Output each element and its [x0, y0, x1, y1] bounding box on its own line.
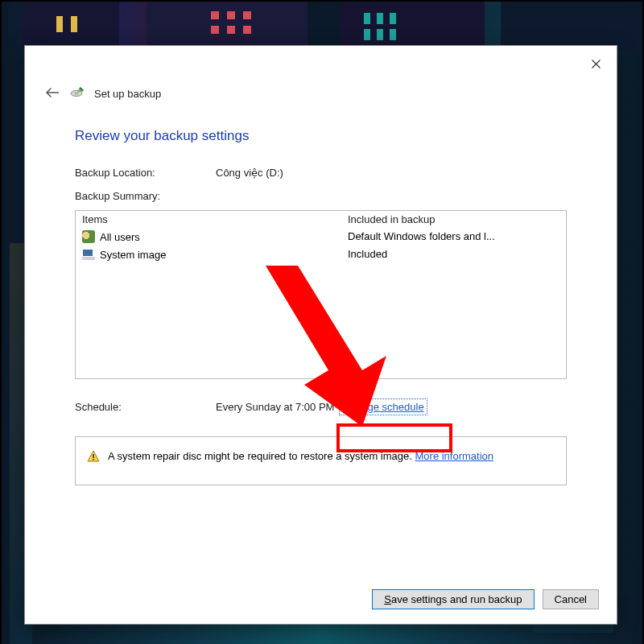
- svg-point-1: [75, 93, 78, 94]
- warning-icon: [87, 450, 100, 465]
- close-icon: [592, 60, 601, 68]
- users-icon: [82, 230, 95, 243]
- system-repair-info: A system repair disc might be required t…: [75, 436, 567, 485]
- schedule-label: Schedule:: [75, 401, 216, 413]
- backup-location-label: Backup Location:: [75, 167, 216, 179]
- wizard-header: Set up backup: [94, 88, 161, 100]
- backup-summary-listview[interactable]: Items Included in backup All users Defau…: [75, 210, 567, 379]
- svg-rect-2: [93, 454, 94, 458]
- page-title: Review your backup settings: [75, 128, 567, 144]
- list-item-label: All users: [100, 231, 140, 243]
- change-schedule-link[interactable]: Change schedule: [341, 400, 425, 414]
- back-button[interactable]: [43, 85, 62, 102]
- arrow-left-icon: [46, 88, 59, 97]
- column-header-included[interactable]: Included in backup: [348, 213, 559, 225]
- backup-disc-icon: [70, 85, 86, 102]
- cancel-button[interactable]: Cancel: [543, 589, 599, 609]
- column-header-items[interactable]: Items: [82, 213, 348, 225]
- close-button[interactable]: [584, 52, 607, 75]
- backup-wizard-dialog: Set up backup Review your backup setting…: [24, 45, 617, 625]
- backup-summary-label: Backup Summary:: [75, 190, 567, 202]
- annotation-highlight: [336, 423, 452, 452]
- list-item[interactable]: All users Default Windows folders and l.…: [76, 228, 566, 246]
- save-settings-button[interactable]: Save settings and run backup: [372, 589, 534, 609]
- backup-location-value: Công việc (D:): [216, 167, 567, 179]
- monitor-icon: [82, 248, 95, 261]
- list-item-included: Default Windows folders and l...: [348, 230, 559, 243]
- schedule-value: Every Sunday at 7:00 PM: [216, 401, 334, 413]
- list-item-label: System image: [100, 249, 166, 261]
- svg-rect-3: [93, 459, 94, 460]
- list-item-included: Included: [348, 248, 559, 261]
- list-item[interactable]: System image Included: [76, 246, 566, 263]
